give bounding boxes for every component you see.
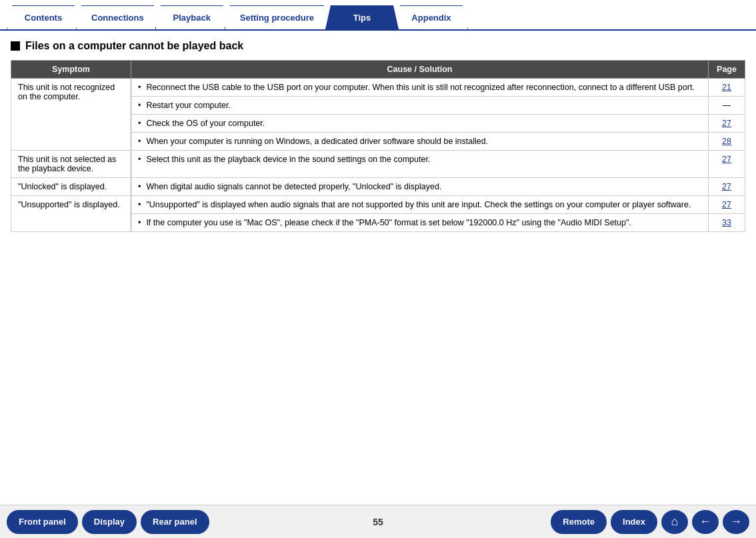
page-link[interactable]: 27 <box>722 155 731 164</box>
tab-contents[interactable]: Contents <box>7 5 80 29</box>
remote-button[interactable]: Remote <box>551 510 607 534</box>
rear-panel-button[interactable]: Rear panel <box>141 510 209 534</box>
tab-setting-procedure[interactable]: Setting procedure <box>225 5 329 29</box>
table-header-row: Symptom Cause / Solution Page <box>11 61 745 79</box>
tab-tips[interactable]: Tips <box>325 5 399 29</box>
cause-text: When your computer is running on Windows… <box>138 137 701 146</box>
table-row: "Unsupported" is displayed."Unsupported"… <box>11 196 745 214</box>
symptom-cell: This unit is not selected as the playbac… <box>11 151 131 178</box>
page-link[interactable]: 27 <box>722 200 731 209</box>
cause-text: Select this unit as the playback device … <box>138 155 701 164</box>
index-button[interactable]: Index <box>611 510 657 534</box>
cause-text: Reconnect the USB cable to the USB port … <box>138 83 701 92</box>
bottom-nav-left: Front panel Display Rear panel <box>7 510 209 534</box>
cause-text: Check the OS of your computer. <box>138 119 701 128</box>
cause-cell: When digital audio signals cannot be det… <box>131 178 709 196</box>
cause-cell: When your computer is running on Windows… <box>131 133 709 151</box>
page-link[interactable]: 27 <box>722 182 731 191</box>
page-cell[interactable]: 21 <box>709 79 745 97</box>
page-number: 55 <box>373 517 383 527</box>
table-row: This unit is not selected as the playbac… <box>11 151 745 178</box>
bottom-nav-right: Remote Index ⌂ ← → <box>551 510 749 534</box>
forward-button[interactable]: → <box>723 510 749 534</box>
page-link[interactable]: 28 <box>722 137 731 146</box>
cause-cell: Check the OS of your computer. <box>131 115 709 133</box>
front-panel-button[interactable]: Front panel <box>7 510 78 534</box>
section-icon <box>11 41 20 51</box>
home-button[interactable]: ⌂ <box>661 510 688 534</box>
cause-cell: Reconnect the USB cable to the USB port … <box>131 79 709 97</box>
page-cell[interactable]: 27 <box>709 178 745 196</box>
table-row: "Unlocked" is displayed.When digital aud… <box>11 178 745 196</box>
cause-text: If the computer you use is "Mac OS", ple… <box>138 218 701 227</box>
bottom-navigation: Front panel Display Rear panel 55 Remote… <box>0 505 756 538</box>
col-symptom: Symptom <box>11 61 131 79</box>
cause-cell: Restart your computer. <box>131 97 709 115</box>
cause-text: "Unsupported" is displayed when audio si… <box>138 200 701 209</box>
cause-text: When digital audio signals cannot be det… <box>138 182 701 191</box>
symptom-cell: "Unlocked" is displayed. <box>11 178 131 196</box>
cause-cell: If the computer you use is "Mac OS", ple… <box>131 214 709 232</box>
page-link[interactable]: 27 <box>722 119 731 128</box>
page-link[interactable]: 21 <box>722 83 731 92</box>
cause-cell: Select this unit as the playback device … <box>131 151 709 178</box>
page-cell[interactable]: 28 <box>709 133 745 151</box>
page-cell[interactable]: 27 <box>709 196 745 214</box>
symptom-cell: "Unsupported" is displayed. <box>11 196 131 232</box>
page-cell: — <box>709 97 745 115</box>
table-row: This unit is not recognized on the compu… <box>11 79 745 97</box>
back-button[interactable]: ← <box>692 510 719 534</box>
col-cause: Cause / Solution <box>131 61 709 79</box>
page-link[interactable]: 33 <box>722 218 731 227</box>
page-cell[interactable]: 27 <box>709 115 745 133</box>
col-page: Page <box>709 61 745 79</box>
cause-text: Restart your computer. <box>138 101 701 110</box>
symptom-cell: This unit is not recognized on the compu… <box>11 79 131 151</box>
section-heading: Files on a computer cannot be played bac… <box>11 40 745 52</box>
display-button[interactable]: Display <box>82 510 137 534</box>
tab-connections[interactable]: Connections <box>76 5 159 29</box>
tab-navigation: ContentsConnectionsPlaybackSetting proce… <box>0 0 756 31</box>
tab-appendix[interactable]: Appendix <box>395 5 468 29</box>
page-cell[interactable]: 33 <box>709 214 745 232</box>
main-content: Files on a computer cannot be played bac… <box>0 31 756 239</box>
cause-cell: "Unsupported" is displayed when audio si… <box>131 196 709 214</box>
page-cell[interactable]: 27 <box>709 151 745 178</box>
troubleshoot-table: Symptom Cause / Solution Page This unit … <box>11 60 745 232</box>
section-title: Files on a computer cannot be played bac… <box>25 40 243 52</box>
tab-playback[interactable]: Playback <box>155 5 229 29</box>
